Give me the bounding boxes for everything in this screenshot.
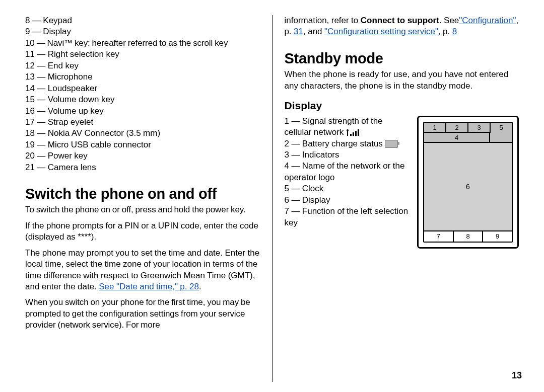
right-column: information, refer to Connect to support… <box>273 15 519 382</box>
text-run: . <box>199 282 201 291</box>
list-item: 12 — End key <box>25 60 260 71</box>
parts-list: 8 — Keypad 9 — Display 10 — Navi™ key: h… <box>25 15 260 173</box>
list-item: 9 — Display <box>25 26 260 37</box>
body-text: To switch the phone on or off, press and… <box>25 204 260 215</box>
svg-rect-5 <box>358 129 359 136</box>
two-column-layout: 8 — Keypad 9 — Display 10 — Navi™ key: h… <box>25 15 519 382</box>
list-item: 11 — Right selection key <box>25 49 260 60</box>
body-text: When you switch on your phone for the fi… <box>25 297 260 331</box>
svg-rect-3 <box>353 132 354 136</box>
diagram-bottom-row: 7 8 9 <box>424 230 512 242</box>
diagram-mid: 6 <box>424 143 512 230</box>
diagram-cell: 9 <box>483 231 512 242</box>
subsection-heading: Display <box>285 99 519 113</box>
page-number: 13 <box>512 370 522 381</box>
diagram-cell: 3 <box>468 123 491 133</box>
svg-rect-4 <box>355 131 357 136</box>
list-item: 10 — Navi™ key: hereafter referred to as… <box>25 38 260 49</box>
page-ref-link[interactable]: 31 <box>294 27 303 36</box>
section-heading: Standby mode <box>285 49 519 68</box>
diagram-cell <box>490 133 512 143</box>
cross-ref-link[interactable]: "Configuration" <box>459 16 516 25</box>
diagram-label: 6 <box>466 182 470 191</box>
left-column: 8 — Keypad 9 — Display 10 — Navi™ key: h… <box>25 15 272 382</box>
diagram-cell: 7 <box>424 231 454 242</box>
bold-run: Connect to support <box>361 16 439 25</box>
text-run: , p. <box>438 27 452 36</box>
manual-page: 8 — Keypad 9 — Display 10 — Navi™ key: h… <box>0 0 544 392</box>
list-item: 8 — Keypad <box>25 15 260 26</box>
svg-rect-1 <box>347 131 348 136</box>
cross-ref-link[interactable]: "Configuration setting service" <box>324 27 438 36</box>
diagram-row2: 4 <box>424 133 512 143</box>
list-item: 14 — Loudspeaker <box>25 83 260 94</box>
diagram-top-row: 1 2 3 5 <box>424 123 512 133</box>
diagram-cell: 2 <box>446 123 468 133</box>
diagram-frame: 1 2 3 5 4 6 7 <box>417 116 519 249</box>
list-item: 13 — Microphone <box>25 71 260 83</box>
text-run: information, refer to <box>285 16 361 25</box>
text-run: 2 — Battery charge status <box>285 139 385 148</box>
signal-icon <box>346 129 359 137</box>
section-heading: Switch the phone on and off <box>25 184 260 203</box>
diagram-screen: 1 2 3 5 4 6 7 <box>423 122 513 243</box>
body-text: The phone may prompt you to set the time… <box>25 248 260 293</box>
cross-ref-link[interactable]: See "Date and time," p. 28 <box>99 282 199 291</box>
text-run: 1 — Signal strength of the cellular netw… <box>285 116 383 137</box>
body-text: If the phone prompts for a PIN or a UPIN… <box>25 220 260 243</box>
text-run: , and <box>303 27 324 36</box>
list-item: 18 — Nokia AV Connector (3.5 mm) <box>25 128 260 139</box>
body-text: information, refer to Connect to support… <box>285 15 519 38</box>
battery-icon <box>385 140 398 148</box>
list-item: 15 — Volume down key <box>25 94 260 105</box>
diagram-cell: 4 <box>424 133 490 143</box>
list-item: 19 — Micro USB cable connector <box>25 139 260 150</box>
svg-rect-2 <box>350 134 352 136</box>
diagram-cell: 5 <box>491 123 512 133</box>
list-item: 16 — Volume up key <box>25 106 260 117</box>
diagram-cell: 1 <box>424 123 446 133</box>
phone-display-diagram: 1 2 3 5 4 6 7 <box>417 116 519 249</box>
list-item: 17 — Strap eyelet <box>25 117 260 128</box>
diagram-cell: 8 <box>454 231 484 242</box>
body-text: When the phone is ready for use, and you… <box>285 69 519 92</box>
page-ref-link[interactable]: 8 <box>452 27 457 36</box>
list-item: 20 — Power key <box>25 150 260 162</box>
list-item: 21 — Camera lens <box>25 162 260 173</box>
text-run: . See <box>439 16 459 25</box>
